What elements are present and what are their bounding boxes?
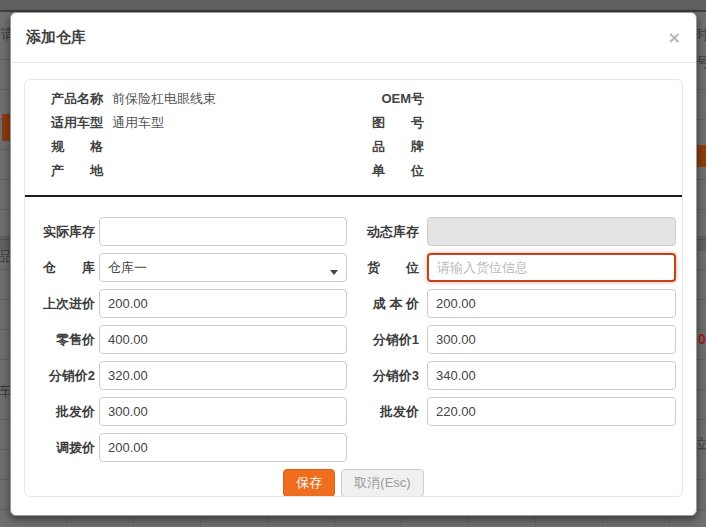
transfer-price-label: 调拨价 <box>25 439 95 457</box>
actual-stock-input[interactable] <box>99 217 347 246</box>
last-purchase-price-input[interactable] <box>99 289 347 318</box>
modal-header: 添加仓库 × <box>11 13 696 63</box>
brand-label: 品 牌 <box>370 138 424 156</box>
transfer-price-input[interactable] <box>99 433 347 462</box>
product-name-label: 产品名称 <box>25 90 103 108</box>
slot-label: 货 位 <box>347 259 419 277</box>
wholesale-price-right-label: 批发价 <box>347 403 419 421</box>
wholesale-price-left-input[interactable] <box>99 397 347 426</box>
wholesale-price-left-label: 批发价 <box>25 403 95 421</box>
cost-price-label: 成 本 价 <box>347 295 419 313</box>
warehouse-form: 实际库存 动态库存 仓 库 仓库一 货 位 <box>25 197 682 462</box>
modal-body: 产品名称 前保险杠电眼线束 OEM号 适用车型 通用车型 <box>11 63 696 497</box>
dynamic-stock-label: 动态库存 <box>347 223 419 241</box>
product-info-section: 产品名称 前保险杠电眼线束 OEM号 适用车型 通用车型 <box>25 80 682 195</box>
bg-text-fragment: 0 <box>698 332 706 346</box>
oem-no-label: OEM号 <box>370 90 424 108</box>
wholesale-price-right-input[interactable] <box>427 397 676 426</box>
vehicle-model-label: 适用车型 <box>25 114 103 132</box>
background-top-bar <box>0 0 706 12</box>
drawing-no-label: 图 号 <box>370 114 424 132</box>
chevron-down-icon <box>330 270 338 275</box>
dynamic-stock-input <box>427 217 676 246</box>
dist-price1-input[interactable] <box>427 325 676 354</box>
actual-stock-label: 实际库存 <box>25 223 95 241</box>
warehouse-selected-option: 仓库一 <box>108 259 147 277</box>
dist-price3-input[interactable] <box>427 361 676 390</box>
warehouse-label: 仓 库 <box>25 259 95 277</box>
modal-actions: 保存 取消(Esc) <box>25 469 682 497</box>
screen: 请 时 号 品 车 0 位 添加仓库 × 产品名称 前保险杠电眼线束 <box>0 0 706 527</box>
vehicle-model-value: 通用车型 <box>112 114 164 132</box>
dist-price2-label: 分销价2 <box>25 367 95 385</box>
save-button[interactable]: 保存 <box>283 469 335 497</box>
add-warehouse-modal: 添加仓库 × 产品名称 前保险杠电眼线束 OEM号 <box>10 12 697 516</box>
dist-price2-input[interactable] <box>99 361 347 390</box>
form-panel: 产品名称 前保险杠电眼线束 OEM号 适用车型 通用车型 <box>24 79 683 497</box>
retail-price-label: 零售价 <box>25 331 95 349</box>
dist-price3-label: 分销价3 <box>347 367 419 385</box>
product-name-value: 前保险杠电眼线束 <box>112 90 216 108</box>
last-purchase-price-label: 上次进价 <box>25 295 95 313</box>
dist-price1-label: 分销价1 <box>347 331 419 349</box>
spec-label: 规 格 <box>25 138 103 156</box>
slot-input[interactable] <box>427 253 676 282</box>
close-icon[interactable]: × <box>668 30 681 46</box>
cost-price-input[interactable] <box>427 289 676 318</box>
warehouse-select[interactable]: 仓库一 <box>99 253 347 282</box>
modal-title: 添加仓库 <box>26 28 86 47</box>
retail-price-input[interactable] <box>99 325 347 354</box>
bg-text-fragment: 号 <box>696 55 706 69</box>
unit-label: 单 位 <box>370 162 424 180</box>
origin-label: 产 地 <box>25 162 103 180</box>
cancel-button[interactable]: 取消(Esc) <box>341 469 423 497</box>
